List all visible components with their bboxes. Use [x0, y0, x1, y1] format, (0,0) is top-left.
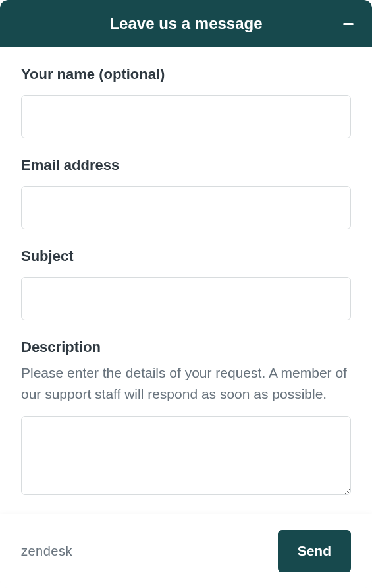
email-label: Email address [21, 157, 351, 174]
minimize-icon [343, 23, 354, 25]
send-button[interactable]: Send [278, 530, 351, 572]
description-textarea[interactable] [21, 416, 351, 495]
form-container: Your name (optional) Email address Subje… [0, 47, 372, 514]
name-field-group: Your name (optional) [21, 66, 351, 138]
subject-input[interactable] [21, 277, 351, 320]
description-field-group: Description Please enter the details of … [21, 339, 351, 498]
minimize-button[interactable] [340, 16, 356, 32]
brand-label: zendesk [21, 544, 72, 559]
name-label: Your name (optional) [21, 66, 351, 83]
widget-header: Leave us a message [0, 0, 372, 47]
email-input[interactable] [21, 186, 351, 229]
widget-footer: zendesk Send [0, 514, 372, 588]
description-label: Description [21, 339, 351, 356]
subject-label: Subject [21, 248, 351, 265]
name-input[interactable] [21, 95, 351, 138]
description-help: Please enter the details of your request… [21, 363, 351, 404]
header-title: Leave us a message [109, 15, 262, 33]
subject-field-group: Subject [21, 248, 351, 320]
email-field-group: Email address [21, 157, 351, 229]
